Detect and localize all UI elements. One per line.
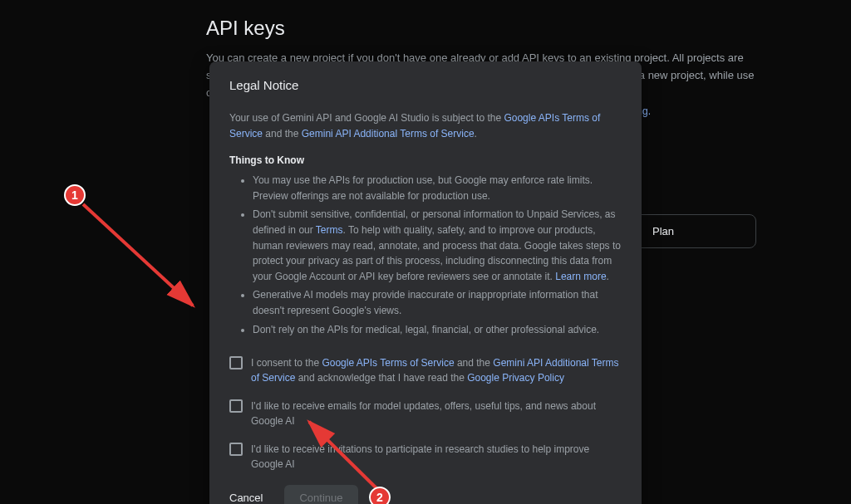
consent-label: I consent to the Google APIs Terms of Se… [251, 355, 622, 385]
annotation-arrow-1 [76, 198, 209, 322]
bullet-item: Don't rely on the APIs for medical, lega… [253, 322, 622, 338]
google-apis-tos-link-2[interactable]: Google APIs Terms of Service [322, 357, 454, 369]
privacy-policy-link[interactable]: Google Privacy Policy [467, 372, 564, 384]
annotation-badge-1: 1 [64, 184, 86, 206]
consent-checkbox[interactable] [229, 356, 243, 369]
table-plan-column: Plan [632, 214, 756, 248]
bullet-item: Generative AI models may provide inaccur… [253, 287, 622, 318]
intro-text: Your use of Gemini API and Google AI Stu… [229, 112, 504, 124]
intro-suffix: . [475, 128, 477, 139]
svg-line-3 [309, 422, 378, 490]
modal-intro: Your use of Gemini API and Google AI Stu… [229, 110, 622, 141]
learn-more-link[interactable]: Learn more [555, 271, 606, 282]
annotation-arrow-2 [299, 415, 391, 498]
modal-actions: Cancel Continue [229, 485, 622, 504]
page-title: API keys [206, 17, 765, 40]
modal-title: Legal Notice [229, 78, 622, 92]
consent-text: I consent to the [251, 357, 322, 369]
terms-link[interactable]: Terms [316, 224, 343, 236]
research-row: I'd like to receive invitations to parti… [229, 442, 622, 472]
plan-header-text: Plan [652, 225, 674, 237]
things-to-know-heading: Things to Know [229, 154, 622, 166]
gemini-additional-tos-link[interactable]: Gemini API Additional Terms of Service [302, 128, 475, 139]
consent-text: and the [455, 357, 494, 369]
intro-mid: and the [263, 128, 302, 139]
svg-line-1 [83, 204, 193, 306]
consent-row: I consent to the Google APIs Terms of Se… [229, 355, 622, 385]
things-to-know-list: You may use the APIs for production use,… [229, 173, 622, 337]
legal-notice-modal: Legal Notice Your use of Gemini API and … [209, 61, 642, 504]
cancel-button[interactable]: Cancel [229, 485, 278, 504]
bullet-item: You may use the APIs for production use,… [253, 173, 622, 203]
annotation-badge-2: 2 [369, 487, 391, 504]
research-checkbox[interactable] [229, 443, 243, 456]
emails-row: I'd like to receive emails for model upd… [229, 399, 622, 428]
emails-checkbox[interactable] [229, 399, 243, 413]
bullet-text: . [607, 271, 609, 282]
consent-text: and acknowledge that I have read the [295, 372, 467, 384]
bullet-item: Don't submit sensitive, confidential, or… [253, 207, 622, 284]
